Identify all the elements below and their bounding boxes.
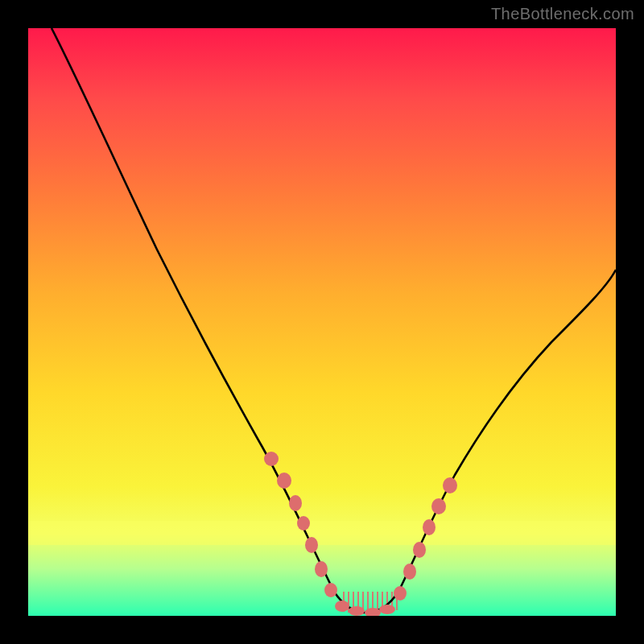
svg-point-15 — [297, 516, 310, 530]
svg-point-27 — [431, 498, 446, 514]
highlight-band — [28, 521, 616, 545]
svg-point-16 — [305, 537, 318, 553]
svg-point-23 — [394, 586, 407, 601]
svg-point-25 — [413, 542, 426, 558]
watermark-text: TheBottleneck.com — [491, 5, 634, 23]
svg-point-18 — [324, 583, 337, 597]
svg-point-13 — [277, 473, 291, 489]
svg-point-28 — [443, 477, 457, 493]
svg-point-20 — [349, 606, 365, 616]
svg-point-26 — [423, 519, 436, 535]
svg-point-17 — [315, 561, 328, 577]
svg-point-14 — [289, 495, 302, 511]
svg-point-12 — [264, 452, 279, 466]
svg-point-24 — [403, 564, 416, 580]
chart-frame: TheBottleneck.com — [0, 0, 644, 644]
chart-overlay — [28, 28, 616, 616]
svg-point-22 — [379, 605, 395, 614]
svg-point-19 — [335, 601, 349, 612]
